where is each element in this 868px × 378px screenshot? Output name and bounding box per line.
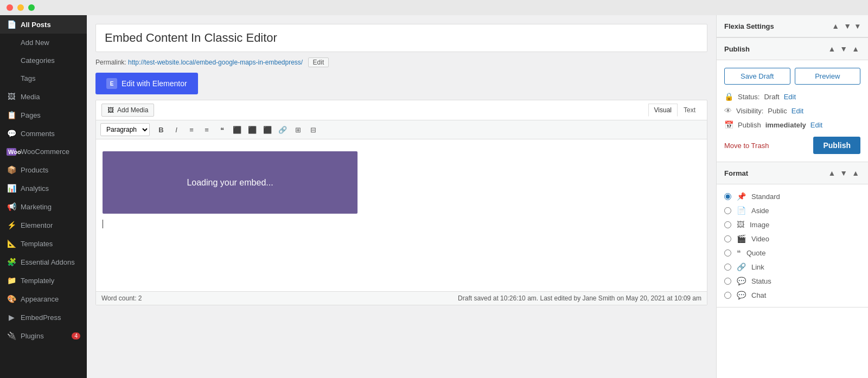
status-edit-link[interactable]: Edit (784, 93, 796, 101)
flexia-settings-panel: Flexia Settings ▲ ▼ ▾ (717, 15, 868, 38)
marketing-icon: 📢 (7, 202, 16, 211)
sidebar-item-analytics[interactable]: 📊 Analytics (0, 179, 87, 197)
format-radio-video[interactable] (724, 235, 731, 242)
publish-actions: Save Draft Preview (724, 68, 860, 85)
sidebar-item-products[interactable]: 📦 Products (0, 161, 87, 179)
visibility-edit-link[interactable]: Edit (792, 107, 803, 115)
essential-addons-icon: 🧩 (7, 258, 16, 266)
sidebar-item-tags[interactable]: Tags (0, 69, 87, 87)
publish-collapse-up-btn[interactable]: ▲ (827, 43, 837, 54)
insert-more-btn[interactable]: ⊟ (306, 123, 320, 136)
format-panel-body: 📌 Standard 📄 Aside 🖼 Image (717, 184, 868, 307)
flexia-toggle-btn[interactable]: ▾ (854, 21, 860, 31)
format-radio-link[interactable] (724, 264, 731, 271)
publish-panel: Publish ▲ ▼ ▲ Save Draft Preview 🔒 Statu… (717, 38, 868, 162)
add-media-label: Add Media (117, 106, 148, 114)
embedpress-icon: ▶ (7, 313, 16, 322)
format-radio-quote[interactable] (724, 249, 731, 257)
insert-table-btn[interactable]: ⊞ (291, 123, 305, 136)
save-draft-btn[interactable]: Save Draft (724, 68, 790, 85)
sidebar-item-templately[interactable]: 📁 Templately (0, 271, 87, 290)
sidebar-item-comments[interactable]: 💬 Comments (0, 124, 87, 143)
permalink-edit-btn[interactable]: Edit (308, 57, 329, 67)
add-media-btn[interactable]: 🖼 Add Media (101, 104, 154, 117)
link-btn[interactable]: 🔗 (276, 123, 290, 136)
format-panel-title: Format (724, 169, 748, 177)
permalink-bar: Permalink: http://test-website.local/emb… (95, 57, 707, 67)
publish-btn[interactable]: Publish (813, 137, 860, 154)
format-toggle-btn[interactable]: ▲ (851, 168, 860, 178)
ordered-list-btn[interactable]: ≡ (200, 123, 214, 136)
add-media-icon: 🖼 (107, 106, 114, 114)
classic-editor: 🖼 Add Media Visual Text Paragraph B I ≡ (95, 100, 707, 305)
format-collapse-down-btn[interactable]: ▼ (839, 168, 848, 178)
bold-btn[interactable]: B (154, 123, 168, 136)
format-option-video: 🎬 Video (724, 234, 860, 243)
sidebar-item-essential-addons[interactable]: 🧩 Essential Addons (0, 253, 87, 271)
sidebar-item-plugins[interactable]: 🔌 Plugins 4 (0, 326, 87, 345)
word-count: Word count: 2 (101, 294, 142, 302)
format-select[interactable]: Paragraph (100, 123, 150, 136)
sidebar-item-add-new[interactable]: Add New (0, 34, 87, 52)
align-left-btn[interactable]: ⬛ (230, 123, 244, 136)
tab-visual[interactable]: Visual (648, 104, 678, 117)
publish-panel-title: Publish (724, 45, 750, 53)
blockquote-btn[interactable]: ❝ (215, 123, 229, 136)
format-collapse-up-btn[interactable]: ▲ (827, 168, 837, 178)
sidebar-item-embedpress[interactable]: ▶ EmbedPress (0, 308, 87, 326)
post-title-input[interactable] (105, 31, 698, 45)
close-btn[interactable] (7, 4, 13, 11)
sidebar-item-elementor[interactable]: ⚡ Elementor (0, 216, 87, 234)
format-option-status: 💬 Status (724, 277, 860, 285)
calendar-icon: 📅 (724, 120, 733, 129)
flexia-collapse-up-btn[interactable]: ▲ (831, 21, 840, 31)
elementor-btn-label: Edit with Elementor (122, 79, 187, 88)
preview-btn[interactable]: Preview (795, 68, 861, 85)
publish-time-value: immediately (765, 121, 806, 129)
align-right-btn[interactable]: ⬛ (260, 123, 275, 136)
permalink-url[interactable]: http://test-website.local/embed-google-m… (128, 59, 303, 66)
format-label-status: Status (751, 277, 771, 285)
sidebar-item-appearance[interactable]: 🎨 Appearance (0, 290, 87, 308)
elementor-e-icon: E (106, 78, 117, 89)
sidebar-item-categories[interactable]: Categories (0, 52, 87, 69)
format-radio-standard[interactable] (724, 193, 731, 200)
publish-time-edit-link[interactable]: Edit (810, 121, 822, 129)
flexia-collapse-down-btn[interactable]: ▼ (843, 21, 852, 31)
italic-btn[interactable]: I (169, 123, 183, 136)
maximize-btn[interactable] (28, 4, 35, 11)
format-label-image: Image (750, 221, 769, 229)
format-radio-status[interactable] (724, 278, 731, 285)
visibility-icon: 👁 (724, 106, 732, 115)
sidebar-item-all-posts[interactable]: 📄 All Posts (0, 15, 87, 34)
editor-body[interactable]: Loading your embed... (96, 139, 707, 291)
format-header-controls: ▲ ▼ ▲ (827, 168, 860, 178)
format-option-link: 🔗 Link (724, 262, 860, 271)
publish-visibility-row: 👁 Visibility: Public Edit (724, 106, 860, 115)
sidebar-item-woocommerce[interactable]: Woo WooCommerce (0, 143, 87, 161)
sidebar-item-templates[interactable]: 📐 Templates (0, 234, 87, 253)
sidebar-item-marketing[interactable]: 📢 Marketing (0, 197, 87, 216)
flexia-header-controls: ▲ ▼ ▾ (831, 21, 860, 31)
minimize-btn[interactable] (17, 4, 24, 11)
flexia-settings-header: Flexia Settings ▲ ▼ ▾ (717, 15, 868, 37)
woocommerce-icon: Woo (7, 148, 16, 156)
sidebar-item-pages[interactable]: 📋 Pages (0, 106, 87, 124)
sidebar-item-media[interactable]: 🖼 Media (0, 87, 87, 106)
posts-icon: 📄 (7, 20, 16, 29)
analytics-icon: 📊 (7, 184, 16, 193)
format-radio-aside[interactable] (724, 207, 731, 214)
publish-toggle-btn[interactable]: ▲ (851, 43, 860, 54)
unordered-list-btn[interactable]: ≡ (184, 123, 199, 136)
align-center-btn[interactable]: ⬛ (245, 123, 259, 136)
publish-time-row: 📅 Publish immediately Edit (724, 120, 860, 129)
move-trash-link[interactable]: Move to Trash (724, 142, 769, 150)
publish-collapse-down-btn[interactable]: ▼ (839, 43, 848, 54)
elementor-button[interactable]: E Edit with Elementor (95, 73, 198, 94)
format-radio-chat[interactable] (724, 292, 731, 299)
tab-text[interactable]: Text (678, 104, 701, 117)
format-radio-image[interactable] (724, 221, 731, 228)
format-label-chat: Chat (751, 291, 766, 299)
image-format-icon: 🖼 (737, 220, 744, 229)
status-label: Status: (738, 93, 760, 101)
